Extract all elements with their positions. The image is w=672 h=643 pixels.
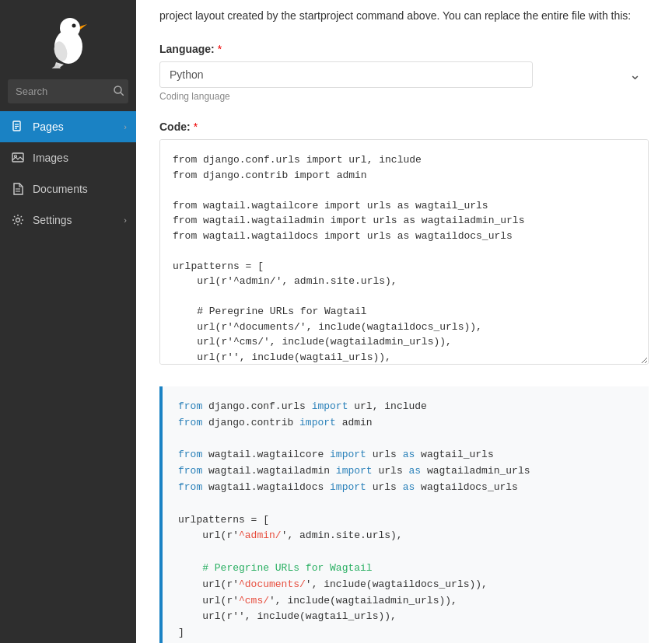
pages-icon [11,120,25,134]
search-area[interactable] [8,79,128,103]
code-line-3: from wagtail.wagtailcore import urls as … [178,447,633,463]
sidebar-nav: Pages › Images [0,111,136,643]
code-preview-block: from django.conf.urls import url, includ… [159,386,649,643]
search-icon [114,86,124,96]
svg-rect-13 [12,153,23,162]
code-line-8: # Peregrine URLs for Wagtail [178,561,633,577]
code-line-9: url(r'^documents/', include(wagtaildocs_… [178,577,633,593]
code-line-12: ] [178,625,633,641]
select-arrow-icon: ⌄ [629,66,641,83]
language-label: Language: [159,43,215,55]
code-line-11: url(r'', include(wagtail_urls)), [178,609,633,625]
svg-point-17 [16,218,20,222]
sidebar-item-pages-label: Pages [33,121,64,133]
sidebar-item-documents[interactable]: Documents [0,173,136,204]
code-label-row: Code: * [159,121,649,133]
sidebar: Pages › Images [0,0,136,643]
documents-icon [11,182,25,196]
sidebar-item-settings[interactable]: Settings › [0,204,136,236]
code-required-marker: * [194,121,198,133]
code-line-10: url(r'^cms/', include(wagtailadmin_urls)… [178,593,633,610]
svg-point-1 [60,18,80,38]
language-label-row: Language: * [159,43,649,55]
code-line-4: from wagtail.wagtailadmin import urls as… [178,463,633,480]
sidebar-item-documents-label: Documents [33,183,88,195]
settings-icon [11,213,25,227]
wagtail-bird-logo [47,14,90,68]
code-textarea[interactable]: from django.conf.urls import url, includ… [159,139,649,365]
code-label: Code: [159,121,191,133]
code-line-6: urlpatterns = [ [178,512,633,529]
svg-marker-2 [80,24,87,30]
language-select-wrapper: Python JavaScript HTML ⌄ [159,61,649,88]
language-select[interactable]: Python JavaScript HTML [159,61,533,88]
code-line-7: url(r'^admin/', admin.site.urls), [178,528,633,544]
sidebar-item-pages[interactable]: Pages › [0,111,136,142]
svg-line-8 [121,93,124,96]
code-line-1: from django.conf.urls import url, includ… [178,399,633,415]
code-line-2: from django.contrib import admin [178,415,633,432]
code-textarea-wrapper: from django.conf.urls import url, includ… [159,139,649,368]
sidebar-item-images[interactable]: Images [0,142,136,173]
search-button[interactable] [114,86,124,98]
language-hint: Coding language [159,91,649,102]
code-empty-3 [178,544,633,561]
sidebar-item-images-label: Images [33,152,68,164]
language-form-group: Language: * Python JavaScript HTML ⌄ Cod… [159,43,649,102]
code-form-group: Code: * from django.conf.urls import url… [159,121,649,368]
search-input[interactable] [8,79,128,103]
logo-area [0,0,136,79]
code-empty-2 [178,496,633,512]
svg-point-3 [72,24,75,28]
sidebar-item-settings-label: Settings [33,214,72,226]
main-content: project layout created by the startproje… [136,0,672,643]
code-empty-1 [178,432,633,448]
settings-chevron-icon: › [124,215,127,225]
code-line-5: from wagtail.wagtaildocs import urls as … [178,480,633,496]
language-required-marker: * [218,43,222,55]
description-text: project layout created by the startproje… [159,8,649,24]
pages-chevron-icon: › [124,122,127,131]
images-icon [11,151,25,165]
